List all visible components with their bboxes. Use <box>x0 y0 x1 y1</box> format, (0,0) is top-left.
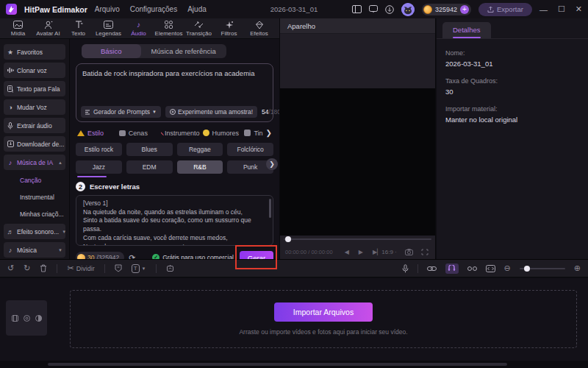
add-credits-icon[interactable]: + <box>460 5 469 14</box>
track-mute-icon[interactable] <box>35 315 42 322</box>
link-clips-icon[interactable] <box>427 266 437 272</box>
video-viewport[interactable] <box>280 88 435 236</box>
undo-icon[interactable]: ↺ <box>7 263 14 273</box>
category-estilo[interactable]: Estilo <box>77 130 116 137</box>
tab-avatar-ai[interactable]: Avatar AI <box>33 21 63 37</box>
timeline-zoom-slider[interactable] <box>520 268 565 269</box>
sidebar-item-musica-de-ia[interactable]: ♪ Música de IA ▲ <box>4 155 65 170</box>
fit-timeline-icon[interactable] <box>486 265 495 272</box>
lyrics-scrollbar[interactable] <box>269 199 271 218</box>
import-files-button[interactable]: Importar Arquivos <box>274 302 373 322</box>
timeline-toolbar: ↺ ↻ ✂ Dividir T ▼ ⊖ ⊕ <box>0 259 588 277</box>
sidebar-subitem-cancao[interactable]: Canção <box>4 173 65 188</box>
import-drop-zone[interactable]: Importar Arquivos Arraste ou importe víd… <box>70 290 577 348</box>
zoom-in-icon[interactable]: ⊕ <box>574 263 581 273</box>
mark-icon[interactable] <box>115 264 122 272</box>
sound-effect-ai-icon: ♬ <box>7 228 14 236</box>
tab-efeitos[interactable]: Efeitos <box>244 21 274 37</box>
user-avatar[interactable] <box>401 3 415 16</box>
menu-settings[interactable]: Configurações <box>130 5 177 13</box>
timbre-icon <box>244 130 251 136</box>
try-sample-button[interactable]: Experimente uma amostra! <box>165 106 257 118</box>
category-humores[interactable]: Humores <box>203 130 242 137</box>
sidebar-item-extrair-audio[interactable]: Extrair áudio <box>4 118 65 133</box>
layout-panels-icon[interactable] <box>352 5 362 13</box>
maximize-button[interactable]: ☐ <box>558 4 565 14</box>
category-tabs: Estilo Cenas Instrumento Humores Tin ❯ <box>76 129 273 137</box>
track-lock-icon[interactable] <box>24 315 30 322</box>
delete-icon[interactable] <box>40 264 47 272</box>
text-tool-button[interactable]: T ▼ <box>132 264 146 273</box>
tab-filtros[interactable]: Filtros <box>214 21 244 37</box>
style-chip[interactable]: Reggae <box>177 143 223 156</box>
tab-transicao[interactable]: Transição <box>184 21 214 37</box>
tab-musica-de-referencia[interactable]: Música de referência <box>141 44 226 58</box>
zoom-slider-thumb[interactable] <box>524 266 530 272</box>
category-instrumento[interactable]: Instrumento <box>161 130 200 137</box>
style-chip[interactable]: Blues <box>126 143 173 156</box>
next-styles-button[interactable]: ❯ <box>266 158 278 170</box>
prompt-textarea[interactable]: Batida de rock inspiradora para exercíci… <box>76 63 273 122</box>
style-chip[interactable]: Estilo rock <box>76 143 122 156</box>
export-button[interactable]: Exportar <box>478 3 532 16</box>
record-voiceover-icon[interactable] <box>402 264 409 273</box>
seek-slider[interactable] <box>284 236 431 242</box>
seek-thumb[interactable] <box>285 236 291 242</box>
sidebar-subitem-minhas-criacoes[interactable]: Minhas criaçõ... <box>4 207 65 222</box>
style-chip[interactable]: Jazz <box>76 160 122 174</box>
credits-badge[interactable]: 325942 + <box>422 4 471 15</box>
zoom-out-icon[interactable]: ⊖ <box>504 263 511 273</box>
magnet-snap-icon-active[interactable] <box>445 263 459 274</box>
category-cenas[interactable]: Cenas <box>119 130 158 137</box>
snapshot-icon[interactable] <box>405 249 413 255</box>
style-chip[interactable]: EDM <box>126 160 173 174</box>
tab-texto[interactable]: Texto <box>63 21 93 37</box>
sidebar-item-musica[interactable]: ♪ Música ▼ <box>4 242 65 258</box>
style-chip-selected[interactable]: R&B <box>177 160 223 174</box>
tab-legendas[interactable]: Legendas <box>93 21 123 37</box>
next-frame-icon[interactable]: ▶▏ <box>373 249 381 255</box>
menu-file[interactable]: Arquivo <box>95 5 120 13</box>
sidebar-subitem-instrumental[interactable]: Instrumental <box>4 190 65 205</box>
horizontal-scrollbar[interactable] <box>48 363 507 366</box>
split-button[interactable]: ✂ Dividir <box>67 263 94 273</box>
tab-detalhes[interactable]: Detalhes <box>442 22 491 38</box>
tab-audio[interactable]: ♪ Áudio <box>123 21 154 37</box>
prompt-generator-button[interactable]: Gerador de Prompts ▼ <box>81 106 161 118</box>
previous-frame-icon[interactable]: ◀ <box>345 249 349 255</box>
sidebar-item-clonar-voz[interactable]: Clonar voz <box>4 63 65 78</box>
download-manager-icon[interactable] <box>385 5 394 14</box>
fit-screen-icon[interactable] <box>421 249 429 255</box>
track-media-icon[interactable] <box>12 315 18 322</box>
play-icon[interactable]: ▶ <box>359 249 363 255</box>
sidebar-item-texto-para-fala[interactable]: Texto para Fala <box>4 81 65 96</box>
tab-basico[interactable]: Básico <box>82 44 141 58</box>
aspect-ratio-select[interactable]: 16:9 · <box>381 249 396 255</box>
sidebar-item-mudar-voz[interactable]: ◑ Mudar Voz <box>4 99 65 115</box>
style-chip-grid: Estilo rock Blues Reggae Folclórico Jazz… <box>76 143 273 174</box>
lyrics-text: [Verso 1] Na quietude da noite, quando a… <box>83 199 264 246</box>
lyrics-textarea[interactable]: [Verso 1] Na quietude da noite, quando a… <box>76 195 273 246</box>
field-label-nome: Nome: <box>445 49 579 57</box>
toolbar-divider <box>417 264 418 273</box>
tab-midia[interactable]: Mídia <box>3 21 33 37</box>
sidebar-item-downloader[interactable]: Downloader de... <box>4 136 65 152</box>
toolbar-divider <box>104 264 105 273</box>
chevron-right-icon[interactable]: ❯ <box>266 129 272 137</box>
lyrics-step-title: Escrever letras <box>90 183 140 191</box>
sidebar-item-efeito-sonoro-ia[interactable]: ♬ Efeito sonoro... ▼ <box>4 224 65 239</box>
unlink-clips-icon[interactable] <box>467 266 477 272</box>
redo-icon[interactable]: ↻ <box>24 263 30 273</box>
menu-help[interactable]: Ajuda <box>187 5 207 13</box>
minimize-button[interactable]: — <box>539 5 548 14</box>
sidebar-item-favoritos[interactable]: ★ Favoritos <box>4 44 65 60</box>
style-chip[interactable]: Folclórico <box>227 143 273 156</box>
category-timbre[interactable]: Tin <box>244 130 262 137</box>
close-button[interactable]: ✕ <box>576 4 582 14</box>
tab-elementos[interactable]: Elementos <box>154 21 184 37</box>
timeline-area: Importar Arquivos Arraste ou importe víd… <box>0 278 588 361</box>
toolbar-divider <box>156 264 157 273</box>
scenes-icon <box>119 130 126 136</box>
feedback-icon[interactable] <box>369 5 378 13</box>
crop-icon[interactable] <box>166 265 174 272</box>
